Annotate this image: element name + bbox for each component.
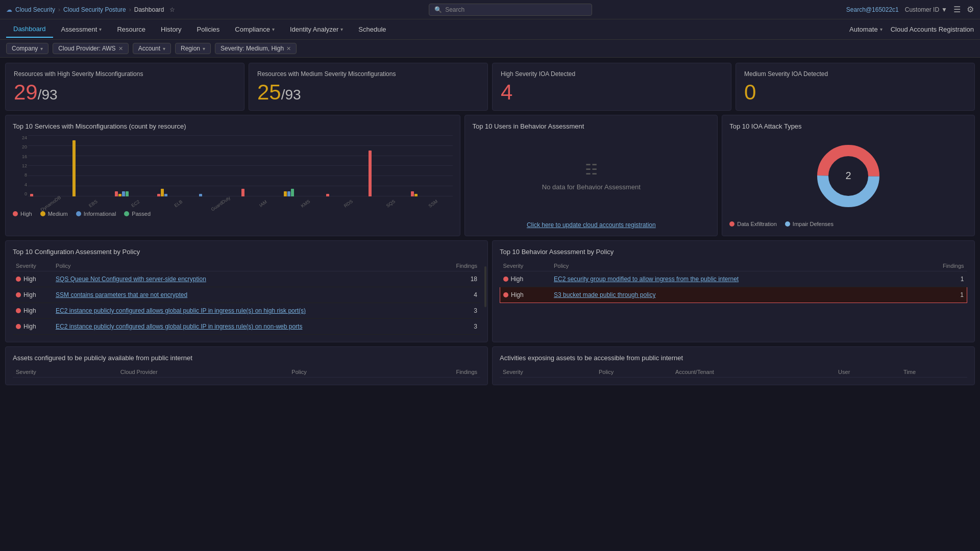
chevron-down-icon: ▾ xyxy=(203,46,205,52)
severity-cell: High xyxy=(13,287,53,303)
search-icon: 🔍 xyxy=(434,6,442,13)
filter-company[interactable]: Company ▾ xyxy=(6,43,48,54)
policy-link[interactable]: EC2 security group modified to allow ing… xyxy=(554,276,739,283)
chevron-down-icon: ▾ xyxy=(272,27,275,32)
bar-chart-title: Top 10 Services with Misconfigurations (… xyxy=(13,122,453,130)
policy-link[interactable]: EC2 instance publicly configured allows … xyxy=(56,323,302,330)
settings-icon[interactable]: ⚙ xyxy=(967,5,974,14)
bar-kms-medium xyxy=(284,191,287,196)
col-findings: Findings xyxy=(372,367,480,378)
table-row: High SSM contains parameters that are no… xyxy=(13,287,480,303)
donut-container: 2 xyxy=(729,135,967,217)
config-policy-table: Severity Policy Findings High SQS Q xyxy=(13,261,480,335)
col-findings: Findings xyxy=(439,261,480,271)
col-policy: Policy xyxy=(596,367,672,378)
nav-policies[interactable]: Policies xyxy=(190,21,227,37)
scrollbar[interactable] xyxy=(484,266,486,307)
metric-high-ioa-value: 4 xyxy=(501,82,723,103)
nav-identity-analyzer[interactable]: Identity Analyzer ▾ xyxy=(283,21,350,37)
nav-schedule[interactable]: Schedule xyxy=(351,21,393,37)
metrics-row: Resources with High Severity Misconfigur… xyxy=(5,63,975,111)
notifications-icon[interactable]: ☰ xyxy=(953,5,961,14)
nav-cloud-accounts[interactable]: Cloud Accounts Registration xyxy=(891,26,974,33)
table-row: High EC2 instance publicly configured al… xyxy=(13,319,480,335)
findings-value: 3 xyxy=(439,303,480,319)
nav-compliance[interactable]: Compliance ▾ xyxy=(228,21,282,37)
nav-history[interactable]: History xyxy=(154,21,188,37)
findings-value: 1 xyxy=(915,287,967,303)
table-row: High EC2 instance publicly configured al… xyxy=(13,303,480,319)
breadcrumb-posture[interactable]: Cloud Security Posture xyxy=(63,6,126,13)
update-accounts-link[interactable]: Click here to update cloud accounts regi… xyxy=(527,221,656,229)
col-policy: Policy xyxy=(551,261,915,271)
filter-account[interactable]: Account ▾ xyxy=(133,43,171,54)
metric-high-misconfig: Resources with High Severity Misconfigur… xyxy=(5,63,244,111)
bar-ssm-high xyxy=(411,191,414,196)
bar-chart-x-labels: DynamoDB EBS EC2 ELB GuardDuty IAM KMS R… xyxy=(28,201,453,207)
chevron-down-icon: ▾ xyxy=(40,46,43,52)
nav-resource[interactable]: Resource xyxy=(110,21,153,37)
breadcrumb-dashboard: Dashboard xyxy=(134,6,164,13)
bookmark-icon[interactable]: ☆ xyxy=(169,6,175,13)
breadcrumb-cloud-security[interactable]: Cloud Security xyxy=(15,6,55,13)
bottom-row: Assets configured to be publicly availab… xyxy=(5,346,975,385)
topbar-right: Search@165022c1 Customer ID ▼ ☰ ⚙ xyxy=(846,5,974,14)
cloud-icon: ☁ xyxy=(6,6,12,13)
navbar-right: Automate ▾ Cloud Accounts Registration xyxy=(849,26,974,33)
bottom-left-table: Severity Cloud Provider Policy Findings xyxy=(13,367,480,378)
bottom-right-title: Activities exposing assets to be accessi… xyxy=(500,354,967,362)
search-box[interactable]: 🔍 Search xyxy=(429,4,592,16)
col-cloud-provider: Cloud Provider xyxy=(117,367,288,378)
policy-link[interactable]: EC2 instance publicly configured allows … xyxy=(56,307,306,314)
bottom-left-title: Assets configured to be publicly availab… xyxy=(13,354,480,362)
chevron-down-icon: ▾ xyxy=(340,27,343,32)
ioa-chart-card: Top 10 IOA Attack Types 2 Data Exfiltrat… xyxy=(722,115,975,236)
table-row: High SQS Queue Not Configured with serve… xyxy=(13,271,480,287)
behavior-chart-title: Top 10 Users in Behavior Assessment xyxy=(472,122,710,130)
bar-group-ebs xyxy=(72,140,113,196)
config-policy-card: Top 10 Configuration Assessment by Polic… xyxy=(5,240,488,342)
legend-impair-defenses: Impair Defenses xyxy=(785,221,834,227)
bar-kms-passed xyxy=(291,189,294,196)
close-icon[interactable]: ✕ xyxy=(118,45,123,52)
severity-cell: High xyxy=(13,319,53,335)
metric-medium-ioa-value: 0 xyxy=(744,82,966,103)
policy-link[interactable]: SQS Queue Not Configured with server-sid… xyxy=(56,276,206,283)
behavior-policy-title: Top 10 Behavior Assessment by Policy xyxy=(500,248,967,256)
nav-assessment[interactable]: Assessment ▾ xyxy=(54,21,109,37)
bar-elb-info xyxy=(164,194,167,196)
legend-high-dot xyxy=(13,211,18,216)
filter-region[interactable]: Region ▾ xyxy=(175,43,211,54)
nav-automate[interactable]: Automate ▾ xyxy=(849,26,883,33)
nav-dashboard[interactable]: Dashboard xyxy=(6,21,53,38)
bar-ec2-passed xyxy=(126,191,129,196)
severity-dot-high xyxy=(16,277,21,282)
policy-tables-row: Top 10 Configuration Assessment by Polic… xyxy=(5,240,975,342)
legend-high: High xyxy=(13,211,32,217)
findings-value: 3 xyxy=(439,319,480,335)
policy-link[interactable]: SSM contains parameters that are not enc… xyxy=(56,291,187,298)
findings-value: 18 xyxy=(439,271,480,287)
severity-dot-high xyxy=(16,308,21,313)
filter-cloud-provider[interactable]: Cloud Provider: AWS ✕ xyxy=(53,43,128,54)
breadcrumb-area: ☁ Cloud Security › Cloud Security Postur… xyxy=(6,6,175,13)
metric-medium-ioa: Medium Severity IOA Detected 0 xyxy=(736,63,975,111)
customer-id-button[interactable]: Customer ID ▼ xyxy=(905,6,947,13)
col-findings: Findings xyxy=(915,261,967,271)
no-data-text: No data for Behavior Assessment xyxy=(542,183,641,191)
charts-row: Top 10 Services with Misconfigurations (… xyxy=(5,115,975,236)
donut-svg: 2 xyxy=(813,140,884,212)
close-icon[interactable]: ✕ xyxy=(286,45,291,52)
table-icon: ☷ xyxy=(585,161,598,178)
bar-chart-y-labels: 24 20 16 12 8 4 0 xyxy=(13,135,27,196)
no-data-panel: ☷ No data for Behavior Assessment xyxy=(472,135,710,217)
severity-cell: High xyxy=(500,287,551,303)
legend-data-exfil: Data Exfiltration xyxy=(729,221,777,227)
policy-link[interactable]: S3 bucket made public through policy xyxy=(554,291,655,298)
col-severity: Severity xyxy=(500,261,551,271)
metric-high-ioa: High Severity IOA Detected 4 xyxy=(492,63,731,111)
user-id: Search@165022c1 xyxy=(846,6,899,13)
col-severity: Severity xyxy=(13,367,117,378)
metric-medium-ioa-title: Medium Severity IOA Detected xyxy=(744,70,966,78)
filter-severity[interactable]: Severity: Medium, High ✕ xyxy=(215,43,297,54)
